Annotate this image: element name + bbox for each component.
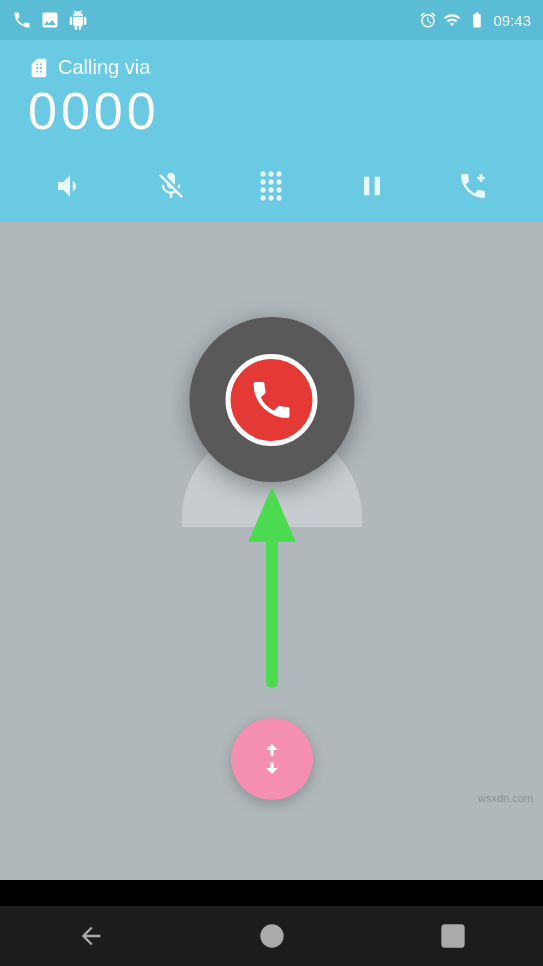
add-call-button[interactable] <box>457 170 489 202</box>
navigation-bar <box>0 906 543 966</box>
hold-button[interactable] <box>356 170 388 202</box>
android-icon-status <box>68 10 88 30</box>
recents-button[interactable] <box>439 922 467 950</box>
swipe-up-arrow <box>242 482 302 702</box>
svg-point-2 <box>261 926 282 947</box>
call-controls-bar <box>0 160 543 222</box>
watermark: wsxdn.com <box>478 792 533 804</box>
call-icon-status <box>12 10 32 30</box>
mute-button[interactable] <box>155 170 187 202</box>
image-icon-status <box>40 10 60 30</box>
call-main-area: wsxdn.com <box>0 222 543 880</box>
signal-icon <box>443 11 461 29</box>
call-number: 0000 <box>28 83 515 140</box>
status-bar: 09:43 <box>0 0 543 40</box>
svg-marker-1 <box>248 487 296 542</box>
calling-via-row: Calling via <box>28 56 515 79</box>
home-button[interactable] <box>258 922 286 950</box>
end-call-button[interactable] <box>189 317 354 482</box>
call-header: Calling via 0000 <box>0 40 543 160</box>
battery-icon <box>467 11 487 29</box>
phone-end-icon <box>248 376 296 424</box>
end-call-inner-circle <box>226 354 318 446</box>
alarm-icon <box>419 11 437 29</box>
status-bar-right-icons: 09:43 <box>419 11 531 29</box>
speaker-button[interactable] <box>54 170 86 202</box>
sim-icon <box>28 57 50 79</box>
svg-rect-3 <box>442 926 463 947</box>
answer-button[interactable] <box>231 718 313 800</box>
calling-via-text: Calling via <box>58 56 150 79</box>
dialpad-button[interactable] <box>255 170 287 202</box>
phone-answer-icon <box>254 741 290 777</box>
time-display: 09:43 <box>493 12 531 29</box>
status-bar-left-icons <box>12 10 88 30</box>
back-button[interactable] <box>77 922 105 950</box>
